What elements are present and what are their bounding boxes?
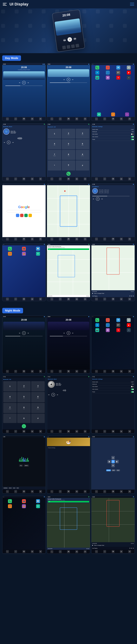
nav-map[interactable]: 🗺 xyxy=(22,118,25,120)
call-btn-night[interactable]: 📞 xyxy=(22,424,26,428)
google-screen-day: — Google xyxy=(2,183,46,241)
arrow-right[interactable]: ▶ xyxy=(115,460,119,463)
nav-next-night[interactable]: ⏭ xyxy=(133,548,134,549)
app-maps[interactable]: 🗺 xyxy=(116,66,120,70)
nav-info: 18:18 ETA 9.0 km xyxy=(47,295,90,297)
app-extra[interactable]: + xyxy=(127,76,131,80)
music-player-night-2: 20:08 20:08 ⏮ ⏸ ⏭ xyxy=(47,316,90,374)
arrow-center[interactable]: OK xyxy=(112,460,115,463)
bt-music-title: Bluetooth_Music xyxy=(3,126,45,127)
bluetooth-settings-night: 17:11 Bluetooth_Settings Device name Car… xyxy=(91,376,135,434)
nav-apps[interactable]: ⊞ xyxy=(31,118,34,120)
auto-connect-toggle[interactable] xyxy=(131,136,134,138)
dial-2[interactable]: 2ABC xyxy=(62,129,75,139)
nav-hamburger-icon[interactable] xyxy=(130,3,134,6)
app-bluetooth[interactable]: 🔵 xyxy=(106,71,110,74)
g-app-4[interactable] xyxy=(28,214,32,217)
nav-music[interactable]: 🎵 xyxy=(14,118,17,120)
next-icon[interactable]: ⏭ xyxy=(27,82,29,84)
music-controls: ⏮ ⏸ ⏭ xyxy=(18,81,29,84)
power-toggle-night[interactable] xyxy=(131,391,134,393)
app-settings[interactable]: ⚙ xyxy=(127,66,131,70)
auto-answer-toggle-night[interactable] xyxy=(131,386,134,387)
food-image: 🍜 xyxy=(47,438,90,446)
prev2-icon[interactable]: ⏮ xyxy=(63,78,65,81)
menu-icon[interactable] xyxy=(3,2,8,7)
nav-prev-night[interactable]: ⏮ xyxy=(130,548,130,549)
nav-settings[interactable]: ⚙ xyxy=(39,118,42,120)
app-phone[interactable]: 📞 xyxy=(95,66,99,70)
app-music[interactable]: 🎵 xyxy=(106,66,110,70)
google-search-bar[interactable] xyxy=(7,210,41,212)
g-app-1[interactable] xyxy=(16,214,19,217)
control-btn-2[interactable]: SRC xyxy=(112,470,116,471)
hero-time: 20:08 xyxy=(62,13,70,18)
app-spotify[interactable]: ♪ xyxy=(111,112,115,116)
eq-pop[interactable]: POP xyxy=(16,487,19,489)
auto-connect-toggle-night[interactable] xyxy=(131,388,134,390)
eq-preset[interactable]: NORMAL xyxy=(3,487,8,489)
music-subtitle: A soothing melody of nature xyxy=(18,69,30,70)
app-waze[interactable]: W xyxy=(97,112,101,116)
day-row-3: — Google xyxy=(2,183,135,241)
dial-9[interactable]: 9WXYZ xyxy=(76,150,89,160)
control-btn-1[interactable]: MODE xyxy=(106,470,111,471)
dial-5[interactable]: 5JKL xyxy=(62,139,75,149)
dial-0[interactable]: 0+ xyxy=(62,160,75,170)
bass-btn[interactable]: BASS xyxy=(24,464,29,467)
progress-bar xyxy=(5,86,43,86)
next2-icon[interactable]: ⏭ xyxy=(72,78,74,81)
coffee-card: Sunny Coffee Restaurant Modern Contempor… xyxy=(47,245,90,250)
nav-prev[interactable]: ⏮ xyxy=(130,296,130,296)
navigation-music-day: 18:03 18:18 ETA 9.0 xyxy=(91,244,135,301)
auto-answer-toggle[interactable] xyxy=(131,134,134,135)
app-bt[interactable]: BT xyxy=(116,71,120,74)
app-telegram[interactable]: ✈ xyxy=(95,71,99,74)
go-btn-night[interactable]: GO xyxy=(48,501,89,502)
arrow-left[interactable]: ◀ xyxy=(108,460,111,463)
social-music-day: 17:46 SocialMusic 🎵 华乐_终年_10年E.mp3 reme … xyxy=(91,183,135,241)
eq-rock[interactable]: ROCK xyxy=(8,487,12,489)
go-button[interactable]: GO xyxy=(48,248,89,250)
hero-device-mockup: 20:08 ◀◀ ⏸ ▶▶ xyxy=(52,9,85,52)
nav-phone[interactable]: 📞 xyxy=(6,118,9,120)
nav-play-night[interactable]: ▶ xyxy=(131,548,132,549)
dial-hash[interactable]: # xyxy=(76,160,89,170)
next-button[interactable]: ▶▶ xyxy=(74,37,76,40)
eq-btn[interactable]: EQ xyxy=(19,464,23,467)
play-pause-button[interactable]: ⏸ xyxy=(67,37,72,42)
app-camera[interactable]: 📷 xyxy=(95,76,99,80)
dial-star[interactable]: * xyxy=(48,160,61,170)
app-gallery[interactable]: 🖼 xyxy=(106,76,110,80)
app-netflix[interactable]: N xyxy=(116,76,120,80)
arrow-up[interactable]: ▲ xyxy=(112,456,115,459)
prev-button[interactable]: ◀◀ xyxy=(63,38,66,42)
prev-icon[interactable]: ⏮ xyxy=(18,82,21,84)
control-btn-3[interactable]: VOL xyxy=(116,470,120,471)
app-more[interactable]: ⋯ xyxy=(125,112,129,116)
nav-play[interactable]: ▶ xyxy=(131,296,132,296)
eq-jazz[interactable]: JAZZ xyxy=(12,487,16,489)
phone-apps-night: — 📞 📺 💬 🎵 📻 🎙 xyxy=(2,496,46,554)
play-icon[interactable]: ⏸ xyxy=(22,81,26,84)
power-toggle[interactable] xyxy=(131,139,134,140)
dial-6[interactable]: 6MNO xyxy=(76,139,89,149)
header: UI Display xyxy=(0,0,137,8)
g-app-3[interactable] xyxy=(24,214,28,217)
dial-3[interactable]: 3DEF xyxy=(76,129,89,139)
call-button[interactable]: 📞 xyxy=(66,172,70,176)
day-mode-section: Day Mode 20:08 20:08 A soothing melody o… xyxy=(0,53,137,306)
play2-icon[interactable]: ⏸ xyxy=(67,78,70,82)
app-youtube[interactable]: ▶ xyxy=(127,71,131,74)
dial-8[interactable]: 8TUV xyxy=(62,150,75,160)
waveform-night: 1:54 xyxy=(2,436,46,494)
g-app-2[interactable] xyxy=(20,214,24,217)
nav-next[interactable]: ⏭ xyxy=(133,296,134,296)
dial-1[interactable]: 1 xyxy=(48,129,61,139)
dial-4[interactable]: 4GHI xyxy=(48,139,61,149)
music-screen: 20:08 A soothing melody of nature ⏮ ⏸ ⏭ xyxy=(2,65,46,117)
arrow-down[interactable]: ▼ xyxy=(112,464,115,467)
bluetooth-settings-day: 17:46 Bluetooth_Settings Device name Car… xyxy=(91,123,135,181)
hero-section: 20:08 ◀◀ ⏸ ▶▶ xyxy=(0,8,137,53)
dial-7[interactable]: 7PQRS xyxy=(48,150,61,160)
